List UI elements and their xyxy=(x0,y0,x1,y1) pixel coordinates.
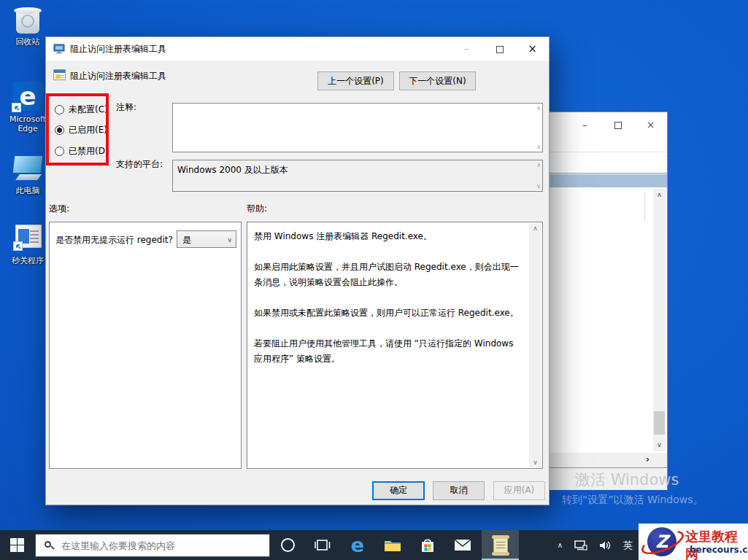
mail-icon xyxy=(454,539,471,551)
comment-textarea[interactable] xyxy=(174,104,530,151)
scroll-right-icon[interactable]: › xyxy=(646,454,649,464)
taskbar-file-explorer-button[interactable] xyxy=(375,530,410,560)
app-window-icon xyxy=(12,223,44,254)
edge-icon: e xyxy=(351,535,364,555)
dialog-title-icon xyxy=(53,43,65,55)
taskbar-store-button[interactable] xyxy=(410,530,445,560)
help-label: 帮助: xyxy=(247,203,267,215)
taskbar-gpedit-button[interactable] xyxy=(482,530,519,560)
taskbar-mail-button[interactable] xyxy=(445,530,480,560)
file-explorer-icon xyxy=(384,538,401,553)
option-dropdown[interactable]: 是 ∨ xyxy=(177,230,236,248)
dialog-title: 阻止访问注册表编辑工具 xyxy=(70,37,166,61)
dialog-titlebar: 阻止访问注册表编辑工具 – × xyxy=(46,37,549,61)
network-icon[interactable] xyxy=(574,540,587,551)
apply-button: 应用(A) xyxy=(493,481,545,500)
maximize-icon[interactable] xyxy=(601,115,634,134)
scroll-down-icon[interactable]: ∨ xyxy=(653,439,666,451)
scrollbar-vertical[interactable]: ∧ ∨ xyxy=(653,189,666,451)
close-icon[interactable]: × xyxy=(516,37,549,61)
search-icon xyxy=(45,541,54,551)
input-language-indicator[interactable]: 英 xyxy=(623,539,633,552)
comment-field-wrap: ∧ ∨ xyxy=(172,103,543,152)
scroll-down-icon[interactable]: ∨ xyxy=(536,183,541,190)
search-input[interactable] xyxy=(61,540,251,551)
radio-icon xyxy=(55,147,64,156)
store-icon xyxy=(420,537,436,553)
comment-label: 注释: xyxy=(116,101,136,114)
cancel-button[interactable]: 取消 xyxy=(433,481,485,500)
desktop: 回收站 e Microsoft Edge 此电脑 xyxy=(0,0,748,560)
brand-site-url: herecours.com xyxy=(690,545,748,555)
ok-button[interactable]: 确定 xyxy=(372,481,425,500)
this-pc-icon xyxy=(12,153,44,184)
minimize-icon[interactable]: – xyxy=(568,115,601,134)
options-panel: 是否禁用无提示运行 regedit? 是 ∨ xyxy=(49,222,242,469)
previous-setting-button[interactable]: 上一个设置(P) xyxy=(317,71,394,90)
task-view-icon xyxy=(315,539,331,552)
platform-value: Windows 2000 及以上版本 xyxy=(177,164,288,176)
help-panel: 禁用 Windows 注册表编辑器 Regedit.exe。 如果启用此策略设置… xyxy=(247,222,543,469)
radio-enabled[interactable]: 已启用(E) xyxy=(55,124,107,136)
system-tray: ∧ 英 xyxy=(552,530,639,560)
scroll-down-icon[interactable]: ∨ xyxy=(536,144,541,150)
policy-name: 阻止访问注册表编辑工具 xyxy=(70,70,166,82)
help-text: 禁用 Windows 注册表编辑器 Regedit.exe。 如果启用此策略设置… xyxy=(254,229,523,382)
dropdown-value: 是 xyxy=(182,234,191,246)
platform-label: 支持的平台: xyxy=(116,158,163,171)
taskbar-edge-button[interactable]: e xyxy=(340,530,375,560)
policy-setting-icon xyxy=(53,69,66,80)
volume-icon[interactable] xyxy=(599,540,612,551)
recycle-bin-icon xyxy=(12,4,44,35)
radio-not-configured[interactable]: 未配置(C) xyxy=(55,104,108,115)
scroll-up-icon[interactable]: ∧ xyxy=(653,189,666,201)
supported-platform-field: Windows 2000 及以上版本 ∧ ∨ xyxy=(172,160,543,192)
radio-icon xyxy=(55,105,64,114)
taskbar-search[interactable] xyxy=(35,534,270,557)
taskbar: e xyxy=(0,530,748,560)
chevron-down-icon: ∨ xyxy=(227,236,232,244)
options-label: 选项: xyxy=(49,203,69,215)
taskbar-task-view-button[interactable] xyxy=(305,530,340,560)
option-question: 是否禁用无提示运行 regedit? xyxy=(55,234,178,246)
site-watermark: Z 这里教程网 herecours.com xyxy=(639,524,748,560)
scroll-up-icon[interactable]: ∧ xyxy=(536,105,541,112)
scroll-down-icon[interactable]: ∨ xyxy=(529,459,541,466)
start-button[interactable] xyxy=(0,530,35,560)
brand-site-name: 这里教程网 xyxy=(685,528,748,560)
cortana-icon xyxy=(281,538,295,552)
next-setting-button[interactable]: 下一个设置(N) xyxy=(399,71,476,90)
scrollbar-vertical[interactable]: ∧ ∨ xyxy=(529,223,541,467)
scroll-up-icon[interactable]: ∧ xyxy=(529,225,541,232)
scrollbar-thumb[interactable] xyxy=(654,411,665,435)
close-icon[interactable]: × xyxy=(634,115,667,134)
tray-chevron-up-icon[interactable]: ∧ xyxy=(558,541,563,549)
activation-watermark-line2: 转到“设置”以激活 Windows。 xyxy=(562,494,703,507)
scroll-up-icon[interactable]: ∧ xyxy=(536,162,541,168)
shortcut-arrow-icon xyxy=(12,103,21,112)
edge-icon: e xyxy=(12,82,44,112)
group-policy-scroll-icon xyxy=(493,537,508,554)
maximize-icon[interactable] xyxy=(483,37,516,61)
radio-disabled[interactable]: 已禁用(D) xyxy=(55,145,109,157)
minimize-icon[interactable]: – xyxy=(450,37,483,61)
windows-logo-icon xyxy=(10,538,24,552)
shortcut-arrow-icon xyxy=(13,241,23,251)
radio-icon xyxy=(55,125,64,135)
policy-dialog: 阻止访问注册表编辑工具 – × 阻止访问注册表编辑工具 上一个设置(P) 下一个… xyxy=(45,36,550,505)
taskbar-cortana-button[interactable] xyxy=(270,530,305,560)
